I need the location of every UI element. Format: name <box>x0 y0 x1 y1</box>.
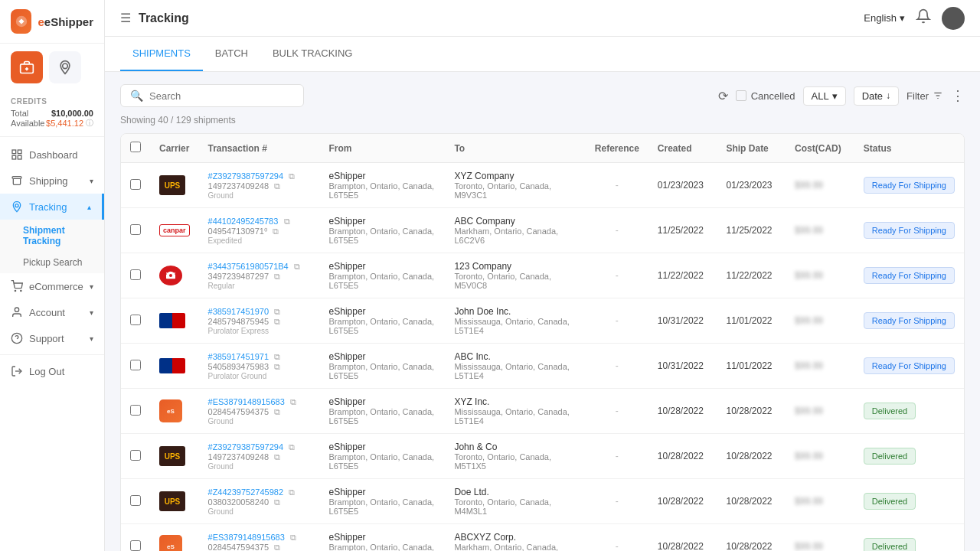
row-from: eShipper Brampton, Ontario, Canada, L6T5… <box>320 524 446 552</box>
row-select-checkbox[interactable] <box>130 360 141 370</box>
to-name: ABC Company <box>454 216 576 227</box>
sidebar-item-logout[interactable]: Log Out <box>0 358 104 384</box>
to-address: Mississauga, Ontario, Canada, L5T1E4 <box>454 317 576 335</box>
copy-txn-icon[interactable]: ⧉ <box>290 533 296 542</box>
all-filter-dropdown[interactable]: ALL ▾ <box>803 86 846 106</box>
row-from: eShipper Brampton, Ontario, Canada, L6T5… <box>320 163 446 208</box>
transaction-type: Ground <box>208 417 311 425</box>
sidebar-item-shipment-tracking[interactable]: Shipment Tracking <box>0 220 104 252</box>
copy-txn-icon[interactable]: ⧉ <box>274 307 280 316</box>
row-select-checkbox[interactable] <box>130 179 141 190</box>
page-title: Tracking <box>139 11 189 25</box>
shipping-label: Shipping <box>29 175 83 187</box>
filter-button[interactable]: Filter <box>906 90 943 102</box>
logo-area: eeShipper <box>0 0 104 44</box>
sidebar-item-shipping[interactable]: Shipping ▾ <box>0 168 104 194</box>
sidebar-item-support[interactable]: Support ▾ <box>0 325 104 351</box>
copy-id-icon[interactable]: ⧉ <box>274 362 280 371</box>
row-checkbox-cell <box>121 524 150 552</box>
transaction-link[interactable]: #Z44239752745982 <box>208 487 283 497</box>
content-area: 🔍 ⟳ Cancelled ALL ▾ Date ↓ Filter <box>105 72 980 551</box>
row-from: eShipper Brampton, Ontario, Canada, L6T5… <box>320 253 446 298</box>
transaction-type: Purolator Ground <box>208 372 311 380</box>
row-to: John Doe Inc. Mississauga, Ontario, Cana… <box>445 298 585 344</box>
search-box[interactable]: 🔍 <box>120 84 304 107</box>
language-selector[interactable]: English ▾ <box>864 12 905 24</box>
copy-id-icon[interactable]: ⧉ <box>274 317 280 326</box>
transaction-link[interactable]: #Z39279387597294 <box>208 442 283 452</box>
row-select-checkbox[interactable] <box>130 450 141 461</box>
tab-batch[interactable]: BATCH <box>203 37 260 71</box>
copy-id-icon[interactable]: ⧉ <box>274 181 280 191</box>
table-row: canpar #44102495245783 ⧉ 049547130971⁰ ⧉… <box>121 208 964 253</box>
sidebar-item-account[interactable]: Account ▾ <box>0 299 104 325</box>
transaction-link[interactable]: #Z39279387597294 <box>208 171 283 181</box>
copy-txn-icon[interactable]: ⧉ <box>289 442 295 452</box>
row-cost: $99.99 <box>786 208 854 253</box>
row-from: eShipper Brampton, Ontario, Canada, L6T5… <box>320 344 446 389</box>
copy-txn-icon[interactable]: ⧉ <box>290 397 296 406</box>
transaction-link[interactable]: #ES3879148915683 <box>208 397 285 406</box>
svg-point-4 <box>63 64 68 69</box>
copy-id-icon[interactable]: ⧉ <box>274 272 280 281</box>
copy-txn-icon[interactable]: ⧉ <box>284 217 290 226</box>
row-cost: $99.99 <box>786 389 854 434</box>
row-select-checkbox[interactable] <box>130 224 141 235</box>
credits-section: CREDITS Total $10,000.00 Available $5,44… <box>0 91 104 137</box>
menu-toggle-icon[interactable]: ☰ <box>120 11 131 25</box>
transaction-link[interactable]: #385917451970 <box>208 307 270 316</box>
user-avatar[interactable] <box>942 7 965 30</box>
copy-txn-icon[interactable]: ⧉ <box>289 487 295 497</box>
sidebar-item-pickup-search[interactable]: Pickup Search <box>0 252 104 273</box>
sidebar-item-dashboard[interactable]: Dashboard <box>0 142 104 168</box>
carrier-logo-ups: UPS <box>159 491 185 511</box>
copy-txn-icon[interactable]: ⧉ <box>274 352 280 361</box>
copy-txn-icon[interactable]: ⧉ <box>289 171 295 181</box>
all-filter-label: ALL <box>812 90 829 102</box>
svg-rect-5 <box>12 150 16 154</box>
transaction-link[interactable]: #385917451971 <box>208 352 270 361</box>
transaction-link[interactable]: #34437561980571B4 <box>208 262 289 271</box>
transaction-link[interactable]: #ES3879148915683 <box>208 533 285 542</box>
row-cost: $99.99 <box>786 253 854 298</box>
row-select-checkbox[interactable] <box>130 495 141 506</box>
row-checkbox-cell <box>121 479 150 524</box>
ecommerce-label: eCommerce <box>29 281 83 292</box>
row-select-checkbox[interactable] <box>130 315 141 325</box>
copy-txn-icon[interactable]: ⧉ <box>294 262 300 271</box>
row-select-checkbox[interactable] <box>130 269 141 280</box>
notifications-button[interactable] <box>916 8 931 28</box>
row-select-checkbox[interactable] <box>130 540 141 551</box>
map-quick-btn[interactable] <box>49 51 81 83</box>
refresh-button[interactable]: ⟳ <box>718 89 728 103</box>
tab-bulk-tracking[interactable]: BULK TRACKING <box>260 37 365 71</box>
sidebar-item-ecommerce[interactable]: eCommerce ▾ <box>0 273 104 299</box>
svg-rect-6 <box>18 150 21 154</box>
table-header-row: Carrier Transaction # From To Reference … <box>121 134 964 163</box>
row-reference: - <box>586 208 648 253</box>
copy-id-icon[interactable]: ⧉ <box>274 497 280 507</box>
svg-point-9 <box>15 204 18 207</box>
copy-id-icon[interactable]: ⧉ <box>274 407 280 416</box>
tab-shipments[interactable]: SHIPMENTS <box>120 37 203 71</box>
row-select-checkbox[interactable] <box>130 405 141 416</box>
to-name: ABC Inc. <box>454 351 576 362</box>
shipments-table-container: Carrier Transaction # From To Reference … <box>120 133 965 551</box>
more-options-button[interactable]: ⋮ <box>951 87 965 104</box>
row-transaction: #34437561980571B4 ⧉ 3497239487297 ⧉ Regu… <box>199 253 320 298</box>
select-all-checkbox[interactable] <box>130 142 141 152</box>
copy-id-icon[interactable]: ⧉ <box>273 227 279 236</box>
row-created: 11/22/2022 <box>648 253 717 298</box>
cancelled-checkbox[interactable] <box>736 90 746 101</box>
transaction-link[interactable]: #44102495245783 <box>208 217 279 226</box>
copy-id-icon[interactable]: ⧉ <box>274 543 280 551</box>
search-input[interactable] <box>149 90 294 102</box>
row-reference: - <box>586 298 648 344</box>
date-filter-dropdown[interactable]: Date ↓ <box>854 86 899 106</box>
row-carrier: UPS <box>150 479 199 524</box>
copy-id-icon[interactable]: ⧉ <box>274 452 280 461</box>
shipping-quick-btn[interactable] <box>11 51 43 83</box>
row-carrier: UPS <box>150 434 199 479</box>
transaction-type: Ground <box>208 507 311 516</box>
sidebar-item-tracking[interactable]: Tracking ▴ <box>0 194 104 220</box>
